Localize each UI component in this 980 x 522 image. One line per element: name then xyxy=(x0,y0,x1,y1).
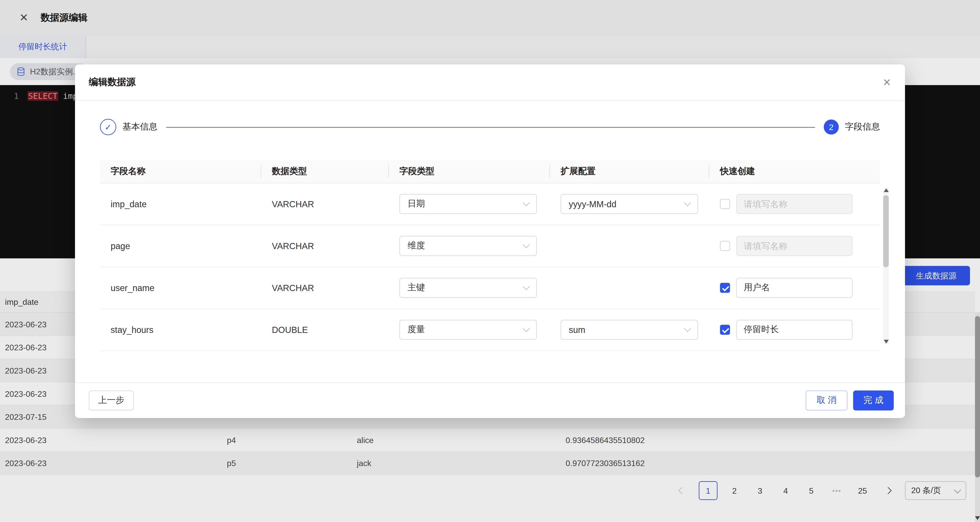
chevron-down-icon xyxy=(523,325,530,332)
chevron-down-icon xyxy=(523,283,530,290)
field-type-select[interactable]: 日期 xyxy=(399,194,537,214)
col-ext-config: 扩展配置 xyxy=(550,160,709,183)
prev-step-button[interactable]: 上一步 xyxy=(89,390,134,410)
quick-create-checkbox[interactable] xyxy=(720,241,730,251)
quick-create-checkbox[interactable] xyxy=(720,283,730,293)
modal-close-icon[interactable]: ✕ xyxy=(881,77,892,88)
field-row-imp-date: imp_date VARCHAR 日期 yyyy-MM-dd xyxy=(100,184,880,225)
field-data-type: DOUBLE xyxy=(261,325,389,335)
field-row-page: page VARCHAR 维度 xyxy=(100,225,880,267)
step1-label[interactable]: 基本信息 xyxy=(123,121,158,132)
select-value: 维度 xyxy=(407,240,425,251)
quick-create-input[interactable] xyxy=(736,278,853,298)
field-name: user_name xyxy=(100,283,261,293)
modal-title: 编辑数据源 xyxy=(89,77,136,88)
select-value: sum xyxy=(569,325,585,335)
chevron-down-icon xyxy=(523,241,530,248)
quick-create-input[interactable] xyxy=(736,194,853,214)
field-data-type: VARCHAR xyxy=(261,241,389,251)
field-data-type: VARCHAR xyxy=(261,199,389,209)
field-table-body: imp_date VARCHAR 日期 yyyy-MM-dd xyxy=(100,184,880,351)
ext-config-select[interactable]: sum xyxy=(561,320,698,340)
field-name: stay_hours xyxy=(100,325,261,335)
field-row-user-name: user_name VARCHAR 主键 xyxy=(100,267,880,309)
quick-create-input[interactable] xyxy=(736,236,853,256)
chevron-down-icon xyxy=(684,325,691,332)
step2-label[interactable]: 字段信息 xyxy=(845,121,880,132)
scroll-up-icon[interactable] xyxy=(883,188,889,192)
field-table-header: 字段名称 数据类型 字段类型 扩展配置 快速创建 xyxy=(100,160,880,183)
col-data-type: 数据类型 xyxy=(261,160,389,183)
field-table: 字段名称 数据类型 字段类型 扩展配置 快速创建 imp_date VARCHA… xyxy=(100,160,880,351)
col-field-type: 字段类型 xyxy=(389,160,550,183)
field-row-stay-hours: stay_hours DOUBLE 度量 sum xyxy=(100,309,880,351)
ok-button[interactable]: 完 成 xyxy=(853,390,894,410)
select-value: yyyy-MM-dd xyxy=(569,199,617,209)
steps: ✓ 基本信息 2 字段信息 xyxy=(100,113,880,141)
quick-create-input[interactable] xyxy=(736,320,853,340)
edit-datasource-modal: 编辑数据源 ✕ ✓ 基本信息 2 字段信息 字段名称 数据类型 字段类型 扩展配… xyxy=(75,64,905,418)
field-name: imp_date xyxy=(100,199,261,209)
field-type-select[interactable]: 维度 xyxy=(399,236,537,256)
col-quick-create: 快速创建 xyxy=(710,160,868,183)
quick-create-checkbox[interactable] xyxy=(720,325,730,335)
step-connector xyxy=(166,127,815,127)
scroll-down-icon[interactable] xyxy=(883,340,889,344)
scrollbar-thumb[interactable] xyxy=(883,195,889,267)
chevron-down-icon xyxy=(684,199,691,206)
field-data-type: VARCHAR xyxy=(261,283,389,293)
field-name: page xyxy=(100,241,261,251)
quick-create-checkbox[interactable] xyxy=(720,199,730,209)
modal-footer: 上一步 取 消 完 成 xyxy=(75,382,905,418)
chevron-down-icon xyxy=(523,199,530,206)
ext-config-select[interactable]: yyyy-MM-dd xyxy=(561,194,698,214)
app-viewport: ✕ 数据源编辑 停留时长统计 H2数据实例... 1 SELECT imp 生成… xyxy=(0,0,980,522)
modal-header: 编辑数据源 ✕ xyxy=(75,64,905,101)
cancel-button[interactable]: 取 消 xyxy=(806,390,848,410)
select-value: 日期 xyxy=(407,198,425,209)
field-type-select[interactable]: 度量 xyxy=(399,320,537,340)
field-type-select[interactable]: 主键 xyxy=(399,278,537,298)
select-value: 度量 xyxy=(407,324,425,335)
step1-check-icon: ✓ xyxy=(100,119,116,135)
col-field-name: 字段名称 xyxy=(100,160,261,183)
step2-number: 2 xyxy=(824,120,839,135)
select-value: 主键 xyxy=(407,282,425,293)
field-table-scrollbar[interactable] xyxy=(883,188,889,344)
